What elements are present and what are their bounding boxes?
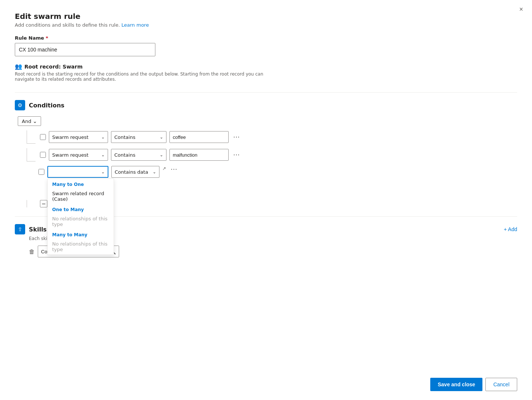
collapse-button[interactable]: − [40, 200, 47, 207]
tree-line [27, 148, 36, 161]
dropdown-group-one-to-many: One to Many [48, 204, 114, 214]
condition-2-operator-select[interactable]: Contains ⌄ [111, 149, 166, 161]
condition-1-operator-select[interactable]: Contains ⌄ [111, 131, 166, 143]
condition-2-value-input[interactable] [169, 149, 229, 161]
dialog-title: Edit swarm rule [15, 12, 517, 21]
chevron-down-icon: ⌄ [101, 135, 105, 140]
condition-3-field-wrapper: ⌄ Many to One Swarm related record (Case… [47, 166, 108, 178]
dropdown-group-many-to-one: Many to One [48, 179, 114, 189]
chevron-down-icon [33, 118, 37, 124]
and-dropdown[interactable]: And [18, 116, 41, 126]
root-record-description: Root record is the starting record for t… [15, 71, 274, 82]
dropdown-item-no-rel-one-to-many: No relationships of this type [48, 214, 114, 229]
learn-more-link[interactable]: Learn more [121, 22, 149, 28]
chevron-down-icon: ⌄ [160, 153, 163, 157]
rule-name-label: Rule Name * [15, 35, 517, 41]
conditions-header: ⚙ Conditions [15, 100, 517, 110]
dropdown-group-many-to-many: Many to Many [48, 229, 114, 239]
condition-2-checkbox[interactable] [40, 152, 46, 158]
delete-skill-icon[interactable]: 🗑 [29, 248, 35, 255]
skills-header-left: ⇧ Skills [15, 224, 47, 234]
condition-2-more-button[interactable]: ⋯ [232, 151, 242, 158]
save-and-close-button[interactable]: Save and close [430, 378, 482, 391]
condition-2-field-select[interactable]: Swarm request ⌄ [49, 149, 108, 161]
condition-3-operator-select[interactable]: Contains data ⌄ [111, 166, 159, 178]
condition-3-field-select[interactable]: ⌄ [47, 166, 108, 178]
add-skill-button[interactable]: + Add [504, 226, 517, 232]
condition-1-checkbox[interactable] [40, 134, 46, 140]
tree-line [27, 130, 36, 144]
condition-1-value-input[interactable] [169, 131, 229, 143]
chevron-down-icon: ⌄ [101, 153, 105, 157]
condition-row-1: Swarm request ⌄ Contains ⌄ ⋯ [27, 130, 517, 144]
footer: Save and close Cancel [430, 378, 517, 391]
conditions-title: Conditions [29, 102, 64, 109]
close-button[interactable]: × [519, 6, 523, 13]
condition-row-3: ⌄ Many to One Swarm related record (Case… [38, 166, 517, 178]
rule-name-input[interactable] [15, 43, 155, 56]
conditions-area: ⚙ Conditions And Swarm request ⌄ Contain… [15, 100, 517, 207]
cancel-button[interactable]: Cancel [485, 378, 517, 391]
person-icon: 👥 [15, 63, 22, 70]
condition-row-2: Swarm request ⌄ Contains ⌄ ⋯ [27, 148, 517, 161]
chevron-down-icon: ⌄ [160, 135, 163, 140]
condition-3-expand-icon[interactable]: ↗ [162, 166, 166, 171]
condition-1-more-button[interactable]: ⋯ [232, 134, 242, 140]
chevron-down-icon: ⌄ [153, 170, 156, 174]
root-record: 👥 Root record: Swarm [15, 63, 517, 70]
dialog-subtitle: Add conditions and skills to define this… [15, 22, 517, 28]
chevron-down-icon: ⌄ [101, 170, 105, 174]
divider [15, 92, 517, 93]
skills-icon: ⇧ [15, 224, 25, 234]
condition-3-more-button[interactable]: ⋯ [169, 166, 179, 173]
skills-title: Skills [29, 226, 47, 233]
dropdown-item-no-rel-many-to-many: No relationships of this type [48, 239, 114, 254]
conditions-icon: ⚙ [15, 100, 25, 110]
tree-line [27, 200, 36, 207]
condition-1-field-select[interactable]: Swarm request ⌄ [49, 131, 108, 143]
condition-3-field-dropdown: Many to One Swarm related record (Case) … [47, 179, 114, 255]
condition-3-checkbox[interactable] [38, 169, 44, 175]
edit-swarm-rule-dialog: × Edit swarm rule Add conditions and ski… [0, 0, 532, 400]
dropdown-item-swarm-related-case[interactable]: Swarm related record (Case) [48, 189, 114, 204]
